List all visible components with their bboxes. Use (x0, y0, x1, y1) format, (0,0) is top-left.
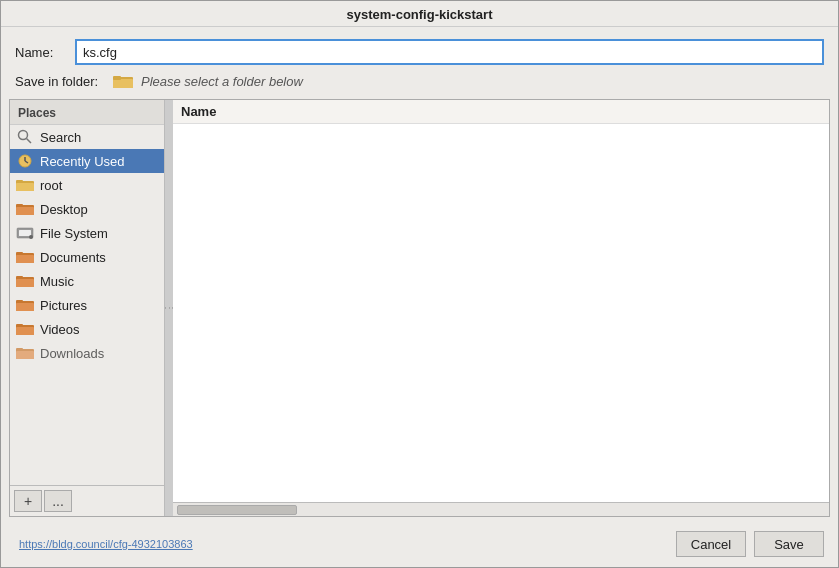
cancel-button[interactable]: Cancel (676, 531, 746, 557)
desktop-folder-icon (16, 201, 34, 217)
places-header: Places (10, 100, 164, 125)
sidebar-item-search-label: Search (40, 130, 81, 145)
svg-rect-28 (16, 324, 23, 327)
downloads-folder-icon (16, 345, 34, 361)
name-row: Name: (15, 39, 824, 65)
file-save-dialog: system-config-kickstart Name: Save in fo… (0, 0, 839, 568)
recently-used-icon (16, 153, 34, 169)
browser-area: Places Search (9, 99, 830, 517)
sidebar-item-documents[interactable]: Documents (10, 245, 164, 269)
svg-rect-9 (16, 183, 34, 191)
resize-handle[interactable]: ⋮ (165, 100, 173, 516)
h-scrollbar-thumb[interactable] (177, 505, 297, 515)
svg-rect-27 (16, 327, 34, 335)
svg-rect-15 (19, 230, 31, 236)
sidebar-item-pictures-label: Pictures (40, 298, 87, 313)
add-place-button[interactable]: + (14, 490, 42, 512)
sidebar-item-downloads-label: Downloads (40, 346, 104, 361)
svg-rect-13 (16, 204, 23, 207)
sidebar-item-desktop[interactable]: Desktop (10, 197, 164, 221)
svg-line-4 (27, 139, 32, 144)
svg-rect-18 (16, 255, 34, 263)
sidebar-item-filesystem-label: File System (40, 226, 108, 241)
svg-rect-25 (16, 300, 23, 303)
name-input[interactable] (75, 39, 824, 65)
sidebar-item-downloads[interactable]: Downloads (10, 341, 164, 365)
places-buttons: + ... (10, 485, 164, 516)
status-url: https://bldg.council/cfg-4932103863 (15, 538, 668, 550)
sidebar-item-music[interactable]: Music (10, 269, 164, 293)
more-places-button[interactable]: ... (44, 490, 72, 512)
sidebar-item-documents-label: Documents (40, 250, 106, 265)
root-folder-icon (16, 177, 34, 193)
svg-point-3 (19, 131, 28, 140)
sidebar-item-desktop-label: Desktop (40, 202, 88, 217)
svg-rect-12 (16, 207, 34, 215)
content-column-name: Name (173, 100, 829, 124)
sidebar-item-search[interactable]: Search (10, 125, 164, 149)
sidebar-item-recently-used-label: Recently Used (40, 154, 125, 169)
documents-folder-icon (16, 249, 34, 265)
save-button[interactable]: Save (754, 531, 824, 557)
save-in-row: Save in folder: Please select a folder b… (15, 73, 824, 89)
svg-rect-21 (16, 279, 34, 287)
title-bar: system-config-kickstart (1, 1, 838, 27)
dialog-footer: https://bldg.council/cfg-4932103863 Canc… (1, 525, 838, 567)
svg-rect-10 (16, 180, 23, 183)
svg-rect-30 (16, 351, 34, 359)
name-label: Name: (15, 45, 65, 60)
form-area: Name: Save in folder: Please select a fo… (1, 27, 838, 95)
pictures-folder-icon (16, 297, 34, 313)
svg-rect-1 (113, 79, 133, 88)
music-folder-icon (16, 273, 34, 289)
sidebar-item-recently-used[interactable]: Recently Used (10, 149, 164, 173)
svg-rect-31 (16, 348, 23, 351)
save-in-placeholder: Please select a folder below (141, 74, 303, 89)
svg-point-16 (29, 235, 33, 239)
horizontal-scrollbar[interactable] (173, 502, 829, 516)
svg-rect-19 (16, 252, 23, 255)
sidebar-item-videos-label: Videos (40, 322, 80, 337)
sidebar-item-filesystem[interactable]: File System (10, 221, 164, 245)
save-in-label: Save in folder: (15, 74, 105, 89)
svg-rect-24 (16, 303, 34, 311)
sidebar-item-root-label: root (40, 178, 62, 193)
window-title: system-config-kickstart (347, 7, 493, 22)
file-list[interactable] (173, 124, 829, 502)
places-list[interactable]: Search Recently Used (10, 125, 164, 485)
sidebar-item-root[interactable]: root (10, 173, 164, 197)
sidebar-item-videos[interactable]: Videos (10, 317, 164, 341)
svg-rect-2 (113, 76, 121, 80)
sidebar-item-music-label: Music (40, 274, 74, 289)
sidebar-item-pictures[interactable]: Pictures (10, 293, 164, 317)
content-panel: Name (173, 100, 829, 516)
filesystem-icon (16, 225, 34, 241)
folder-icon (113, 73, 133, 89)
videos-folder-icon (16, 321, 34, 337)
places-panel: Places Search (10, 100, 165, 516)
search-icon (16, 129, 34, 145)
svg-rect-22 (16, 276, 23, 279)
